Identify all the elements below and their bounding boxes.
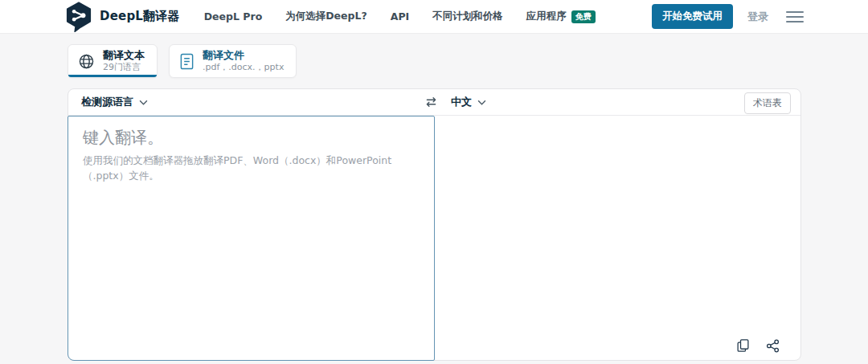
nav-menu: DeepL Pro 为何选择DeepL? API 不同计划和价格 应用程序 免费 [204, 10, 596, 23]
tab-translate-text-title: 翻译文本 [103, 49, 145, 62]
output-actions [736, 338, 780, 353]
tab-translate-files-title: 翻译文件 [203, 49, 284, 62]
login-link[interactable]: 登录 [747, 10, 768, 24]
nav-item-pricing[interactable]: 不同计划和价格 [432, 10, 503, 23]
source-language-selector[interactable]: 检测源语言 [81, 95, 148, 109]
tab-translate-files[interactable]: 翻译文件 .pdf，.docx.，pptx [169, 44, 297, 78]
language-bar: 检测源语言 中文 术语表 [68, 89, 800, 116]
copy-icon[interactable] [736, 338, 750, 353]
globe-icon [78, 53, 95, 70]
input-placeholder-hint: 使用我们的文档翻译器拖放翻译PDF、Word（.docx）和PowerPoint… [83, 153, 420, 184]
top-navbar: DeepL翻译器 DeepL Pro 为何选择DeepL? API 不同计划和价… [0, 0, 868, 34]
deepl-logo-icon [64, 2, 93, 32]
active-tab-indicator [68, 75, 157, 77]
nav-item-apps-label: 应用程序 [526, 10, 567, 23]
start-free-trial-button[interactable]: 开始免费试用 [652, 4, 733, 29]
mode-tabs: 翻译文本 29门语言 翻译文件 .pdf，.docx.，pptx [68, 44, 297, 78]
deepl-logo[interactable]: DeepL翻译器 [64, 2, 180, 32]
translator-card: 检测源语言 中文 术语表 键入翻译。 使用我们的文档翻 [68, 88, 801, 361]
nav-right: 开始免费试用 登录 [652, 4, 804, 29]
nav-item-why-deepl[interactable]: 为何选择DeepL? [285, 10, 367, 23]
nav-item-apps[interactable]: 应用程序 免费 [526, 10, 596, 23]
source-language-label: 检测源语言 [81, 95, 133, 109]
tab-translate-files-subtitle: .pdf，.docx.，pptx [203, 62, 284, 73]
translator-body: 键入翻译。 使用我们的文档翻译器拖放翻译PDF、Word（.docx）和Powe… [68, 116, 800, 360]
chevron-down-icon [477, 100, 486, 105]
input-placeholder-title: 键入翻译。 [83, 127, 420, 148]
nav-item-api[interactable]: API [391, 10, 410, 22]
center-language-group: 中文 [425, 95, 486, 109]
tab-translate-text[interactable]: 翻译文本 29门语言 [68, 44, 158, 78]
document-icon [179, 53, 194, 70]
translation-output [435, 116, 800, 360]
chevron-down-icon [139, 100, 148, 105]
free-badge: 免费 [571, 10, 596, 23]
brand-title: DeepL翻译器 [100, 9, 180, 24]
tab-translate-text-subtitle: 29门语言 [103, 62, 145, 73]
nav-item-deepl-pro[interactable]: DeepL Pro [204, 10, 263, 22]
share-icon[interactable] [766, 338, 780, 353]
glossary-button[interactable]: 术语表 [744, 92, 791, 114]
source-text-input[interactable]: 键入翻译。 使用我们的文档翻译器拖放翻译PDF、Word（.docx）和Powe… [68, 116, 435, 361]
hamburger-menu-icon[interactable] [786, 9, 804, 25]
target-language-selector[interactable]: 中文 [451, 95, 486, 109]
swap-languages-icon[interactable] [425, 96, 437, 108]
target-language-label: 中文 [451, 95, 472, 109]
